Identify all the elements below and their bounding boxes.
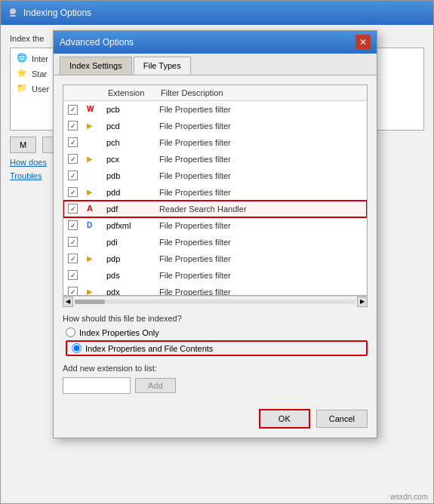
row-icon: W <box>87 104 97 115</box>
row-checkbox[interactable]: ✓ <box>68 105 78 115</box>
table-row[interactable]: ✓ pdi File Properties filter <box>63 234 367 250</box>
row-icon <box>87 170 97 180</box>
dialog-close-button[interactable]: ✕ <box>356 35 371 50</box>
row-checkbox-cell: ✓ <box>63 134 82 151</box>
table-row[interactable]: ✓ A pdf Reader Search Handler <box>63 201 367 217</box>
row-checkbox-cell: ✓ <box>63 250 82 267</box>
table-row[interactable]: ✓ ▶ pcx File Properties filter <box>63 151 367 167</box>
row-checkbox[interactable]: ✓ <box>68 171 78 180</box>
row-icon <box>87 269 97 280</box>
row-checkbox[interactable]: ✓ <box>68 237 78 247</box>
row-checkbox[interactable]: ✓ <box>68 187 78 197</box>
row-checkbox-cell: ✓ <box>63 284 82 297</box>
radio-index-properties-label: Index Properties Only <box>79 328 159 337</box>
row-icon-cell: ▶ <box>82 284 102 297</box>
row-extension: pdp <box>102 250 155 267</box>
row-extension: pdi <box>102 234 155 250</box>
indexing-icon <box>7 7 19 19</box>
row-extension: pdx <box>102 284 155 297</box>
col-icon <box>82 85 102 101</box>
row-icon-cell <box>82 167 102 184</box>
start-icon: ⭐ <box>17 68 29 80</box>
row-icon-cell: ▶ <box>82 250 102 267</box>
row-checkbox[interactable]: ✓ <box>68 137 78 147</box>
row-extension: pdd <box>102 184 155 201</box>
row-description: File Properties filter <box>155 151 367 167</box>
radio-index-contents[interactable] <box>72 343 82 353</box>
table-row[interactable]: ✓ ▶ pdx File Properties filter <box>63 284 367 297</box>
add-extension-input[interactable] <box>63 377 131 394</box>
scroll-track[interactable] <box>75 300 356 304</box>
add-extension-row: Add <box>63 377 368 394</box>
row-checkbox-cell: ✓ <box>63 184 82 201</box>
list-item-label: User <box>32 85 49 94</box>
row-icon <box>87 236 97 247</box>
modify-button[interactable]: M <box>10 137 36 153</box>
indexing-section: How should this file be indexed? Index P… <box>63 314 368 356</box>
col-checkbox <box>63 85 82 101</box>
globe-icon: 🌐 <box>17 53 29 65</box>
row-checkbox[interactable]: ✓ <box>68 270 78 280</box>
row-description: File Properties filter <box>155 101 367 118</box>
table-row[interactable]: ✓ W pcb File Properties filter <box>63 101 367 118</box>
row-checkbox-cell: ✓ <box>63 151 82 167</box>
add-extension-button[interactable]: Add <box>135 378 176 393</box>
scroll-left-button[interactable]: ◀ <box>63 297 73 307</box>
row-checkbox[interactable]: ✓ <box>68 121 78 131</box>
row-extension: pds <box>102 267 155 284</box>
row-icon-cell: W <box>82 101 102 118</box>
list-item-label: Inter <box>32 54 48 63</box>
table-row[interactable]: ✓ pds File Properties filter <box>63 267 367 284</box>
horizontal-scrollbar[interactable]: ◀ ▶ <box>63 296 368 306</box>
tab-file-types[interactable]: File Types <box>134 57 191 75</box>
row-extension: pdb <box>102 167 155 184</box>
dialog-title: Advanced Options <box>60 37 356 48</box>
row-icon-cell: ▶ <box>82 184 102 201</box>
watermark: wsxdn.com <box>390 493 428 501</box>
add-extension-label: Add new extension to list: <box>63 364 368 373</box>
table-row[interactable]: ✓ ▶ pcd File Properties filter <box>63 118 367 134</box>
col-extension: Extension <box>102 85 155 101</box>
row-checkbox[interactable]: ✓ <box>68 204 78 214</box>
ok-button[interactable]: OK <box>259 409 310 429</box>
tabs-container: Index Settings File Types <box>54 54 377 75</box>
radio-group: Index Properties Only Index Properties a… <box>66 327 368 356</box>
tab-index-settings[interactable]: Index Settings <box>60 57 132 75</box>
row-icon-cell: A <box>82 201 102 217</box>
dialog-titlebar: Advanced Options ✕ <box>54 31 377 54</box>
scroll-right-button[interactable]: ▶ <box>357 297 368 307</box>
row-checkbox[interactable]: ✓ <box>68 287 78 296</box>
row-checkbox-cell: ✓ <box>63 118 82 134</box>
radio-index-contents-row: Index Properties and File Contents <box>66 340 368 356</box>
advanced-options-dialog: Advanced Options ✕ Index Settings File T… <box>53 30 377 438</box>
row-checkbox[interactable]: ✓ <box>68 254 78 263</box>
file-table-container[interactable]: Extension Filter Description ✓ W pcb Fil… <box>63 85 368 296</box>
row-description: File Properties filter <box>155 184 367 201</box>
row-icon-cell <box>82 134 102 151</box>
row-icon: ▶ <box>87 287 97 297</box>
row-icon: ▶ <box>87 254 97 264</box>
scroll-thumb[interactable] <box>75 300 105 304</box>
row-icon-cell: ▶ <box>82 151 102 167</box>
row-checkbox[interactable]: ✓ <box>68 154 78 164</box>
row-icon: ▶ <box>87 187 97 198</box>
row-checkbox-cell: ✓ <box>63 217 82 234</box>
row-description: Reader Search Handler <box>155 201 367 217</box>
svg-rect-1 <box>10 15 16 17</box>
table-row[interactable]: ✓ ▶ pdd File Properties filter <box>63 184 367 201</box>
row-description: File Properties filter <box>155 118 367 134</box>
row-checkbox[interactable]: ✓ <box>68 220 78 230</box>
radio-index-properties[interactable] <box>66 327 75 337</box>
table-row[interactable]: ✓ D pdfxml File Properties filter <box>63 217 367 234</box>
indexing-section-label: How should this file be indexed? <box>63 314 368 323</box>
row-extension: pcb <box>102 101 155 118</box>
cancel-button[interactable]: Cancel <box>316 410 368 428</box>
row-checkbox-cell: ✓ <box>63 234 82 250</box>
row-icon-cell: ▶ <box>82 118 102 134</box>
table-row[interactable]: ✓ pch File Properties filter <box>63 134 367 151</box>
table-row[interactable]: ✓ pdb File Properties filter <box>63 167 367 184</box>
table-row[interactable]: ✓ ▶ pdp File Properties filter <box>63 250 367 267</box>
radio-index-contents-label: Index Properties and File Contents <box>85 344 213 353</box>
row-description: File Properties filter <box>155 234 367 250</box>
row-description: File Properties filter <box>155 267 367 284</box>
